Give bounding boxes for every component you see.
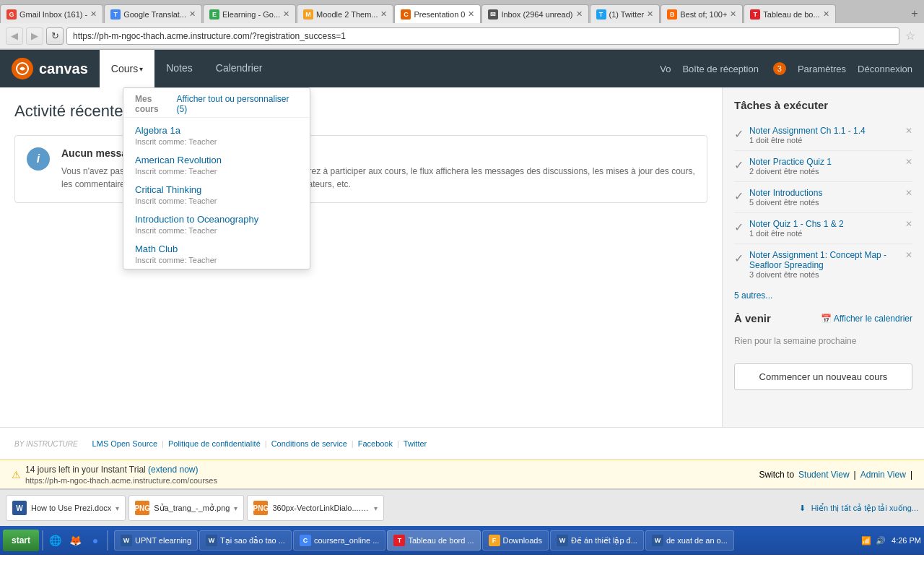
tab-close-inbox[interactable]: ✕: [576, 9, 583, 19]
upcoming-title: À venir: [734, 312, 771, 324]
canvas-logo: canvas: [12, 58, 88, 79]
chrome-icon[interactable]: ●: [87, 532, 104, 549]
browser-tab-inbox[interactable]: ✉Inbox (2964 unread)✕: [481, 4, 588, 23]
top-nav: canvas Cours ▾ Notes Calendrier Vo Boîte…: [0, 50, 924, 87]
course-item-oceanography[interactable]: Introduction to OceanographyInscrit comm…: [123, 210, 310, 239]
footer-sep: |: [352, 439, 354, 448]
student-view-link[interactable]: Student View: [798, 470, 850, 480]
browser-chrome: GGmail Inbox (161) -✕TGoogle Translat...…: [0, 0, 924, 50]
task-title[interactable]: Noter Assignment 1: Concept Map - Seaflo…: [749, 250, 912, 270]
browser-tab-twitter[interactable]: T(1) Twitter✕: [590, 4, 661, 23]
task-close-icon[interactable]: ✕: [905, 188, 912, 198]
new-course-button[interactable]: Commencer un nouveau cours: [734, 363, 912, 390]
nav-notes[interactable]: Notes: [154, 50, 204, 87]
tab-close-presentation[interactable]: ✕: [468, 9, 474, 19]
forward-button[interactable]: ▶: [26, 27, 43, 45]
tab-close-gmail[interactable]: ✕: [90, 9, 97, 19]
task-content: Noter Assignment Ch 1.1 - 1.4 1 doit êtr…: [749, 126, 912, 144]
tab-close-tableau[interactable]: ✕: [823, 9, 829, 19]
customize-link[interactable]: Afficher tout ou personnaliser (5): [177, 94, 298, 114]
browser-tab-presentation[interactable]: CPresentation 0✕: [394, 4, 481, 23]
download-chevron-icon[interactable]: ▾: [374, 504, 378, 512]
params-label[interactable]: Paramètres: [798, 64, 846, 74]
download-item-d1[interactable]: WHow to Use Prezi.docx▾: [6, 495, 126, 521]
page-title: Activité récente: [14, 102, 707, 121]
refresh-button[interactable]: ↻: [46, 27, 64, 45]
taskbar-app-coursera[interactable]: Ccoursera_online ...: [293, 530, 386, 551]
task-close-icon[interactable]: ✕: [905, 157, 912, 167]
course-item-algebra[interactable]: Algebra 1aInscrit comme: Teacher: [123, 121, 310, 150]
time-display: 4:26 PM: [892, 536, 921, 545]
taskbar-app-tableau[interactable]: TTableau de bord ...: [387, 530, 480, 551]
taskbar-apps: WUPNT elearningWTại sao đảo tao ...Ccour…: [114, 530, 860, 551]
nav-calendrier[interactable]: Calendrier: [204, 50, 274, 87]
footer-link-privacy[interactable]: Politique de confidentialité: [168, 439, 261, 448]
cours-dropdown: Mes cours Afficher tout ou personnaliser…: [123, 87, 310, 269]
task-subtitle: 2 doivent être notés: [749, 167, 912, 176]
browser-tab-elearning[interactable]: EElearning - Go...✕: [203, 4, 296, 23]
firefox-icon[interactable]: 🦊: [66, 532, 84, 549]
footer-link-facebook[interactable]: Facebook: [358, 439, 393, 448]
app-label-downloads: Downloads: [503, 536, 542, 545]
see-more-link[interactable]: 5 autres...: [734, 290, 912, 301]
footer-link-lms[interactable]: LMS Open Source: [92, 439, 158, 448]
ie-icon[interactable]: 🌐: [46, 532, 64, 549]
task-check-icon: ✓: [734, 220, 744, 234]
course-item-mathclub[interactable]: Math ClubInscrit comme: Teacher: [123, 239, 310, 269]
task-title[interactable]: Noter Practice Quiz 1: [749, 157, 912, 167]
course-role-mathclub: Inscrit comme: Teacher: [135, 256, 298, 264]
course-link-algebra: Algebra 1a: [135, 125, 298, 136]
browser-tab-tableau[interactable]: TTableau de bo...✕: [744, 4, 835, 23]
app-label-coursera: coursera_online ...: [314, 536, 380, 545]
volume-icon: 🔊: [876, 536, 886, 545]
extend-link[interactable]: (extend now): [148, 465, 198, 475]
download-chevron-icon[interactable]: ▾: [116, 504, 119, 512]
course-link-oceanography: Introduction to Oceanography: [135, 214, 298, 225]
task-title[interactable]: Noter Assignment Ch 1.1 - 1.4: [749, 126, 912, 136]
bookmark-button[interactable]: ☆: [902, 29, 918, 43]
tab-close-twitter[interactable]: ✕: [647, 9, 653, 19]
app-icon-downloads: F: [489, 535, 500, 546]
nav-cours[interactable]: Cours ▾: [100, 50, 154, 87]
task-close-icon[interactable]: ✕: [905, 219, 912, 229]
task-title[interactable]: Noter Quiz 1 - Chs 1 & 2: [749, 219, 912, 229]
trial-text: 14 jours left in your Instant Trial: [25, 465, 146, 475]
tab-label-inbox: Inbox (2964 unread): [501, 10, 572, 19]
task-close-icon[interactable]: ✕: [905, 250, 912, 260]
new-tab-button[interactable]: +: [905, 4, 924, 23]
calendar-link[interactable]: 📅 Afficher le calendrier: [821, 314, 912, 324]
course-item-critical[interactable]: Critical ThinkingInscrit comme: Teacher: [123, 180, 310, 210]
task-item: ✓ Noter Introductions 5 doivent être not…: [734, 182, 912, 213]
top-nav-links: Cours ▾ Notes Calendrier: [100, 50, 274, 87]
download-item-d3[interactable]: PNG360px-VectorLinkDialo....png▾: [247, 495, 384, 521]
tab-close-elearning[interactable]: ✕: [283, 9, 289, 19]
canvas-logo-text: canvas: [39, 61, 88, 77]
taskbar-app-taosao[interactable]: WTại sao đảo tao ...: [199, 530, 292, 551]
tab-close-translate[interactable]: ✕: [189, 9, 196, 19]
download-chevron-icon[interactable]: ▾: [234, 504, 237, 512]
inbox-label[interactable]: Boîte de réception: [682, 64, 759, 74]
taskbar-app-downloads[interactable]: FDownloads: [482, 530, 549, 551]
course-item-american[interactable]: American RevolutionInscrit comme: Teache…: [123, 150, 310, 180]
taskbar-app-deanon[interactable]: WĐề án thiết lập đ...: [550, 530, 644, 551]
back-button[interactable]: ◀: [6, 27, 23, 45]
task-close-icon[interactable]: ✕: [905, 126, 912, 136]
download-item-d2[interactable]: PNGSửa_trang_-_mở.png▾: [128, 495, 244, 521]
browser-tab-translate[interactable]: TGoogle Translat...✕: [104, 4, 202, 23]
tab-close-bestof[interactable]: ✕: [730, 9, 736, 19]
task-title[interactable]: Noter Introductions: [749, 188, 912, 198]
browser-tab-moodle[interactable]: MMoodle 2 Them...✕: [297, 4, 393, 23]
disconnect-label[interactable]: Déconnexion: [858, 64, 912, 74]
footer-link-twitter[interactable]: Twitter: [404, 439, 427, 448]
start-button[interactable]: start: [3, 530, 39, 551]
app-icon-tableau: T: [393, 535, 405, 546]
show-all-downloads[interactable]: ⬇ Hiển thị tất cả tệp tải xuống...: [799, 504, 918, 513]
tab-close-moodle[interactable]: ✕: [380, 9, 387, 19]
browser-tab-gmail[interactable]: GGmail Inbox (161) -✕: [0, 4, 103, 23]
address-bar[interactable]: [66, 27, 899, 45]
taskbar-app-dexuat[interactable]: Wde xuat de an o...: [645, 530, 734, 551]
footer-link-terms[interactable]: Conditions de service: [271, 439, 347, 448]
browser-tab-bestof[interactable]: BBest of; 100+✕: [661, 4, 743, 23]
admin-view-link[interactable]: Admin View: [860, 470, 906, 480]
taskbar-app-upnt[interactable]: WUPNT elearning: [114, 530, 198, 551]
